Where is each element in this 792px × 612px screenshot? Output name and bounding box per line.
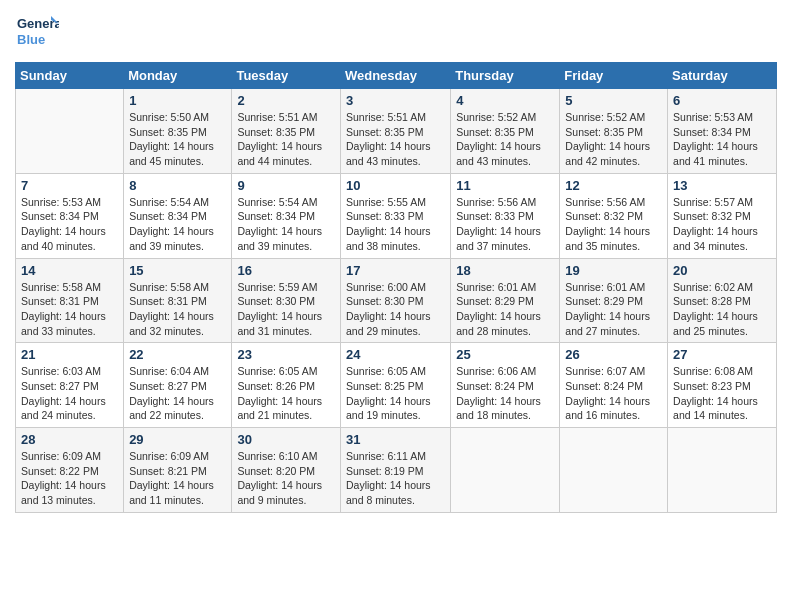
day-info: Sunrise: 5:53 AMSunset: 8:34 PMDaylight:… xyxy=(21,195,118,254)
day-info: Sunrise: 5:55 AMSunset: 8:33 PMDaylight:… xyxy=(346,195,445,254)
day-cell: 28Sunrise: 6:09 AMSunset: 8:22 PMDayligh… xyxy=(16,428,124,513)
day-info: Sunrise: 5:52 AMSunset: 8:35 PMDaylight:… xyxy=(456,110,554,169)
day-number: 31 xyxy=(346,432,445,447)
day-cell: 22Sunrise: 6:04 AMSunset: 8:27 PMDayligh… xyxy=(124,343,232,428)
day-info: Sunrise: 5:57 AMSunset: 8:32 PMDaylight:… xyxy=(673,195,771,254)
header-cell: Sunday xyxy=(16,63,124,89)
day-info: Sunrise: 6:00 AMSunset: 8:30 PMDaylight:… xyxy=(346,280,445,339)
day-number: 16 xyxy=(237,263,335,278)
day-number: 4 xyxy=(456,93,554,108)
day-number: 8 xyxy=(129,178,226,193)
week-row: 7Sunrise: 5:53 AMSunset: 8:34 PMDaylight… xyxy=(16,173,777,258)
day-number: 21 xyxy=(21,347,118,362)
day-info: Sunrise: 5:56 AMSunset: 8:32 PMDaylight:… xyxy=(565,195,662,254)
day-cell: 21Sunrise: 6:03 AMSunset: 8:27 PMDayligh… xyxy=(16,343,124,428)
day-info: Sunrise: 6:10 AMSunset: 8:20 PMDaylight:… xyxy=(237,449,335,508)
day-info: Sunrise: 5:58 AMSunset: 8:31 PMDaylight:… xyxy=(21,280,118,339)
day-cell: 5Sunrise: 5:52 AMSunset: 8:35 PMDaylight… xyxy=(560,89,668,174)
day-cell xyxy=(451,428,560,513)
week-row: 28Sunrise: 6:09 AMSunset: 8:22 PMDayligh… xyxy=(16,428,777,513)
day-info: Sunrise: 5:54 AMSunset: 8:34 PMDaylight:… xyxy=(129,195,226,254)
day-cell: 26Sunrise: 6:07 AMSunset: 8:24 PMDayligh… xyxy=(560,343,668,428)
day-cell: 7Sunrise: 5:53 AMSunset: 8:34 PMDaylight… xyxy=(16,173,124,258)
day-number: 29 xyxy=(129,432,226,447)
day-cell: 18Sunrise: 6:01 AMSunset: 8:29 PMDayligh… xyxy=(451,258,560,343)
svg-text:Blue: Blue xyxy=(17,32,45,47)
day-cell xyxy=(560,428,668,513)
day-info: Sunrise: 5:58 AMSunset: 8:31 PMDaylight:… xyxy=(129,280,226,339)
day-number: 27 xyxy=(673,347,771,362)
day-cell: 8Sunrise: 5:54 AMSunset: 8:34 PMDaylight… xyxy=(124,173,232,258)
week-row: 21Sunrise: 6:03 AMSunset: 8:27 PMDayligh… xyxy=(16,343,777,428)
day-cell: 29Sunrise: 6:09 AMSunset: 8:21 PMDayligh… xyxy=(124,428,232,513)
header-cell: Saturday xyxy=(668,63,777,89)
header-row: SundayMondayTuesdayWednesdayThursdayFrid… xyxy=(16,63,777,89)
day-number: 26 xyxy=(565,347,662,362)
day-info: Sunrise: 5:56 AMSunset: 8:33 PMDaylight:… xyxy=(456,195,554,254)
week-row: 1Sunrise: 5:50 AMSunset: 8:35 PMDaylight… xyxy=(16,89,777,174)
day-info: Sunrise: 6:04 AMSunset: 8:27 PMDaylight:… xyxy=(129,364,226,423)
logo-svg: General Blue xyxy=(15,10,59,54)
day-cell: 25Sunrise: 6:06 AMSunset: 8:24 PMDayligh… xyxy=(451,343,560,428)
day-number: 7 xyxy=(21,178,118,193)
day-cell: 19Sunrise: 6:01 AMSunset: 8:29 PMDayligh… xyxy=(560,258,668,343)
day-info: Sunrise: 6:05 AMSunset: 8:25 PMDaylight:… xyxy=(346,364,445,423)
day-cell: 1Sunrise: 5:50 AMSunset: 8:35 PMDaylight… xyxy=(124,89,232,174)
day-number: 10 xyxy=(346,178,445,193)
week-row: 14Sunrise: 5:58 AMSunset: 8:31 PMDayligh… xyxy=(16,258,777,343)
day-number: 6 xyxy=(673,93,771,108)
day-cell: 13Sunrise: 5:57 AMSunset: 8:32 PMDayligh… xyxy=(668,173,777,258)
day-number: 30 xyxy=(237,432,335,447)
header-cell: Wednesday xyxy=(340,63,450,89)
day-cell: 2Sunrise: 5:51 AMSunset: 8:35 PMDaylight… xyxy=(232,89,341,174)
day-number: 28 xyxy=(21,432,118,447)
day-number: 25 xyxy=(456,347,554,362)
day-number: 23 xyxy=(237,347,335,362)
day-cell: 15Sunrise: 5:58 AMSunset: 8:31 PMDayligh… xyxy=(124,258,232,343)
day-number: 12 xyxy=(565,178,662,193)
calendar-table: SundayMondayTuesdayWednesdayThursdayFrid… xyxy=(15,62,777,513)
day-info: Sunrise: 6:08 AMSunset: 8:23 PMDaylight:… xyxy=(673,364,771,423)
day-info: Sunrise: 5:54 AMSunset: 8:34 PMDaylight:… xyxy=(237,195,335,254)
header-cell: Monday xyxy=(124,63,232,89)
day-cell: 4Sunrise: 5:52 AMSunset: 8:35 PMDaylight… xyxy=(451,89,560,174)
day-cell: 31Sunrise: 6:11 AMSunset: 8:19 PMDayligh… xyxy=(340,428,450,513)
day-cell xyxy=(668,428,777,513)
day-number: 15 xyxy=(129,263,226,278)
day-number: 2 xyxy=(237,93,335,108)
day-number: 19 xyxy=(565,263,662,278)
day-cell: 20Sunrise: 6:02 AMSunset: 8:28 PMDayligh… xyxy=(668,258,777,343)
day-info: Sunrise: 6:09 AMSunset: 8:22 PMDaylight:… xyxy=(21,449,118,508)
day-number: 22 xyxy=(129,347,226,362)
day-info: Sunrise: 5:59 AMSunset: 8:30 PMDaylight:… xyxy=(237,280,335,339)
day-cell: 30Sunrise: 6:10 AMSunset: 8:20 PMDayligh… xyxy=(232,428,341,513)
day-cell: 9Sunrise: 5:54 AMSunset: 8:34 PMDaylight… xyxy=(232,173,341,258)
day-info: Sunrise: 6:02 AMSunset: 8:28 PMDaylight:… xyxy=(673,280,771,339)
day-number: 17 xyxy=(346,263,445,278)
header-cell: Friday xyxy=(560,63,668,89)
day-cell: 14Sunrise: 5:58 AMSunset: 8:31 PMDayligh… xyxy=(16,258,124,343)
day-info: Sunrise: 6:07 AMSunset: 8:24 PMDaylight:… xyxy=(565,364,662,423)
day-cell: 10Sunrise: 5:55 AMSunset: 8:33 PMDayligh… xyxy=(340,173,450,258)
day-cell: 23Sunrise: 6:05 AMSunset: 8:26 PMDayligh… xyxy=(232,343,341,428)
day-cell: 27Sunrise: 6:08 AMSunset: 8:23 PMDayligh… xyxy=(668,343,777,428)
day-cell xyxy=(16,89,124,174)
day-number: 18 xyxy=(456,263,554,278)
day-cell: 3Sunrise: 5:51 AMSunset: 8:35 PMDaylight… xyxy=(340,89,450,174)
day-info: Sunrise: 5:50 AMSunset: 8:35 PMDaylight:… xyxy=(129,110,226,169)
day-cell: 16Sunrise: 5:59 AMSunset: 8:30 PMDayligh… xyxy=(232,258,341,343)
day-number: 14 xyxy=(21,263,118,278)
day-number: 1 xyxy=(129,93,226,108)
day-info: Sunrise: 6:01 AMSunset: 8:29 PMDaylight:… xyxy=(456,280,554,339)
day-number: 9 xyxy=(237,178,335,193)
day-cell: 24Sunrise: 6:05 AMSunset: 8:25 PMDayligh… xyxy=(340,343,450,428)
day-info: Sunrise: 5:51 AMSunset: 8:35 PMDaylight:… xyxy=(237,110,335,169)
day-info: Sunrise: 5:51 AMSunset: 8:35 PMDaylight:… xyxy=(346,110,445,169)
header-cell: Thursday xyxy=(451,63,560,89)
day-number: 5 xyxy=(565,93,662,108)
day-cell: 6Sunrise: 5:53 AMSunset: 8:34 PMDaylight… xyxy=(668,89,777,174)
page-header: General Blue xyxy=(15,10,777,54)
logo: General Blue xyxy=(15,10,59,54)
day-info: Sunrise: 5:53 AMSunset: 8:34 PMDaylight:… xyxy=(673,110,771,169)
day-info: Sunrise: 6:11 AMSunset: 8:19 PMDaylight:… xyxy=(346,449,445,508)
